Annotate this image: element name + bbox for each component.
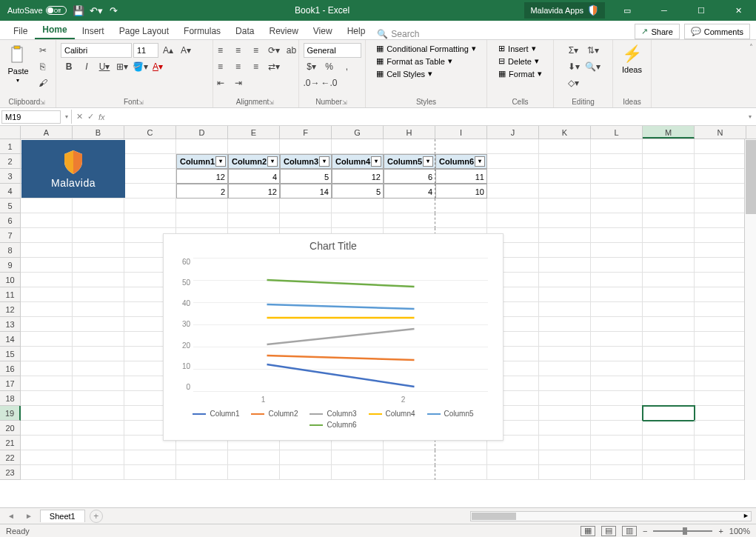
cell[interactable] — [21, 347, 73, 361]
cell[interactable] — [539, 406, 591, 421]
page-layout-view-icon[interactable]: ▤ — [601, 526, 616, 536]
cell[interactable] — [21, 243, 73, 258]
cell[interactable] — [228, 450, 280, 465]
tab-review[interactable]: Review — [261, 23, 305, 39]
cell[interactable] — [591, 332, 643, 347]
cell[interactable] — [21, 228, 73, 243]
row-header[interactable]: 16 — [0, 361, 21, 376]
cell[interactable] — [591, 317, 643, 332]
dialog-launcher-icon[interactable]: ⇲ — [269, 99, 275, 106]
row-header[interactable]: 14 — [0, 332, 21, 347]
cell[interactable] — [695, 184, 746, 199]
cell[interactable] — [21, 361, 73, 376]
cell[interactable] — [73, 376, 124, 391]
cell[interactable] — [643, 139, 695, 154]
cell[interactable] — [539, 332, 591, 347]
cell[interactable] — [539, 361, 591, 376]
cell[interactable] — [591, 465, 643, 480]
column-header[interactable]: A — [21, 126, 73, 139]
percent-icon[interactable]: % — [321, 59, 338, 74]
fx-icon[interactable]: fx — [98, 113, 105, 121]
tab-page-layout[interactable]: Page Layout — [112, 23, 176, 39]
autosave-switch[interactable]: Off — [46, 6, 67, 15]
cell[interactable] — [695, 317, 746, 332]
cell[interactable] — [73, 450, 124, 465]
fill-color-button[interactable]: 🪣▾ — [132, 59, 148, 74]
dialog-launcher-icon[interactable]: ⇲ — [342, 99, 349, 106]
cell[interactable] — [73, 332, 124, 347]
cell[interactable]: 12 — [228, 184, 280, 199]
cell[interactable] — [384, 213, 435, 228]
cell[interactable] — [228, 213, 280, 228]
orientation-icon[interactable]: ⟳▾ — [266, 43, 282, 58]
cell[interactable] — [695, 332, 746, 347]
search-box[interactable]: 🔍 Search — [372, 29, 424, 39]
cell[interactable] — [21, 450, 73, 465]
cell[interactable] — [643, 376, 695, 391]
align-right-icon[interactable]: ≡ — [248, 59, 264, 74]
cell[interactable] — [643, 302, 695, 317]
cell[interactable] — [73, 465, 124, 480]
cell[interactable] — [21, 391, 73, 406]
column-header[interactable]: F — [280, 126, 332, 139]
cell[interactable] — [124, 465, 176, 480]
column-header[interactable]: N — [695, 126, 746, 139]
row-header[interactable]: 12 — [0, 302, 21, 317]
cell[interactable] — [591, 421, 643, 436]
autosum-icon[interactable]: Σ▾ — [566, 43, 582, 58]
cell[interactable] — [695, 243, 746, 258]
cell[interactable] — [643, 169, 695, 184]
zoom-slider[interactable] — [653, 530, 712, 532]
cell[interactable] — [539, 258, 591, 273]
formula-input[interactable] — [110, 111, 740, 122]
currency-icon[interactable]: $▾ — [304, 59, 320, 74]
column-header[interactable]: G — [332, 126, 384, 139]
cell[interactable] — [695, 213, 746, 228]
cell[interactable] — [643, 436, 695, 450]
insert-cells-button[interactable]: ⊞Insert▾ — [498, 43, 536, 54]
cell[interactable] — [591, 184, 643, 199]
cell[interactable] — [124, 184, 176, 199]
share-button[interactable]: ↗ Share — [635, 24, 679, 39]
cell[interactable]: 5 — [280, 169, 332, 184]
autosave-toggle[interactable]: AutoSave Off — [7, 6, 67, 15]
cell[interactable] — [124, 154, 176, 169]
cell[interactable] — [435, 213, 487, 228]
chart[interactable]: Chart Title 6050403020100 12 Column1Colu… — [163, 233, 504, 441]
cell[interactable] — [539, 347, 591, 361]
cell[interactable] — [228, 465, 280, 480]
filter-dropdown-icon[interactable]: ▾ — [371, 156, 381, 167]
cell[interactable] — [643, 391, 695, 406]
cell[interactable] — [695, 302, 746, 317]
comments-button[interactable]: 💬 Comments — [684, 24, 750, 39]
cell[interactable] — [176, 139, 228, 154]
row-header[interactable]: 1 — [0, 139, 21, 154]
cell[interactable]: Column2▾ — [228, 154, 280, 169]
malavida-brand[interactable]: Malavida Apps — [524, 2, 605, 19]
cell[interactable] — [695, 139, 746, 154]
cell[interactable] — [591, 287, 643, 302]
cell[interactable] — [487, 199, 539, 213]
cell[interactable] — [487, 139, 539, 154]
cell[interactable] — [487, 184, 539, 199]
redo-icon[interactable]: ↷ — [108, 4, 120, 16]
sheet-nav-prev-icon[interactable]: ◄ — [4, 512, 18, 520]
cell[interactable] — [591, 199, 643, 213]
cell[interactable] — [73, 199, 124, 213]
cell[interactable] — [695, 391, 746, 406]
font-size-input[interactable] — [133, 43, 158, 58]
cell[interactable] — [539, 199, 591, 213]
format-painter-icon[interactable]: 🖌 — [35, 76, 51, 90]
cell[interactable] — [695, 421, 746, 436]
cell[interactable] — [487, 169, 539, 184]
cell[interactable] — [591, 450, 643, 465]
sheet-nav-next-icon[interactable]: ► — [22, 512, 36, 520]
cell[interactable] — [643, 154, 695, 169]
row-header[interactable]: 11 — [0, 287, 21, 302]
column-header[interactable]: I — [435, 126, 487, 139]
align-center-icon[interactable]: ≡ — [230, 59, 247, 74]
zoom-level[interactable]: 100% — [729, 527, 750, 536]
close-icon[interactable]: ✕ — [723, 0, 753, 21]
cell[interactable] — [124, 169, 176, 184]
cell[interactable] — [539, 184, 591, 199]
